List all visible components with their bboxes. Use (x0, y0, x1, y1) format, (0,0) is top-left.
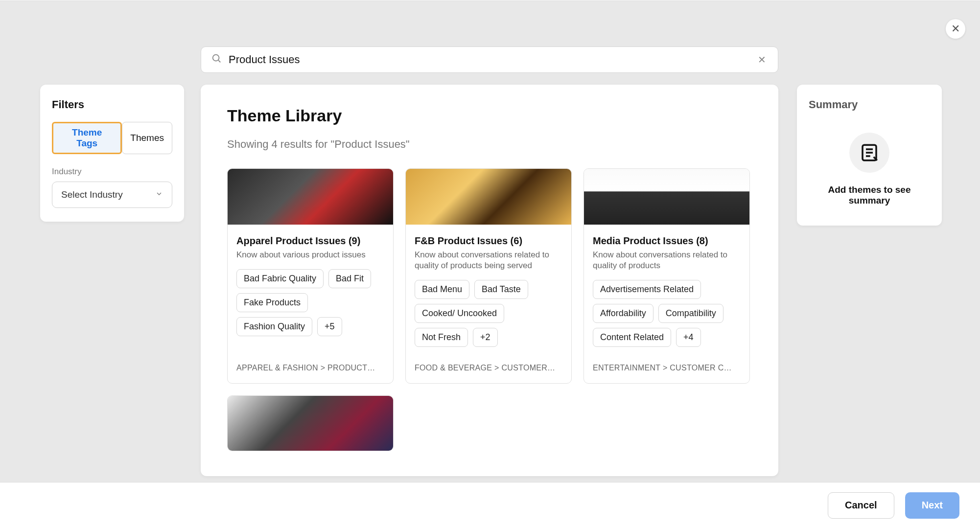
footer-bar: Cancel Next (0, 482, 980, 528)
next-button[interactable]: Next (905, 492, 959, 519)
card-title: Media Product Issues (8) (593, 235, 741, 247)
filters-title: Filters (52, 98, 172, 111)
summary-empty-icon (849, 133, 889, 173)
theme-tag[interactable]: Fake Products (236, 293, 308, 312)
card-image (584, 169, 749, 225)
cards-grid: Apparel Product Issues (9)Know about var… (227, 168, 752, 451)
tab-theme-tags[interactable]: Theme Tags (52, 122, 122, 154)
theme-tag[interactable]: Bad Fabric Quality (236, 269, 324, 288)
search-input[interactable] (229, 53, 756, 66)
card-description: Know about conversations related to qual… (593, 250, 741, 271)
card-title: Apparel Product Issues (9) (236, 235, 384, 247)
theme-tag[interactable]: Compatibility (658, 304, 723, 323)
theme-tag[interactable]: Advertisements Related (593, 280, 701, 299)
filter-tabs: Theme Tags Themes (52, 122, 172, 154)
card-title: F&B Product Issues (6) (415, 235, 562, 247)
theme-tag[interactable]: Cooked/ Uncooked (415, 304, 504, 323)
card-description: Know about conversations related to qual… (415, 250, 562, 271)
card-breadcrumb: APPAREL & FASHION > PRODUCT… (236, 364, 384, 372)
card-description: Know about various product issues (236, 250, 384, 260)
theme-library-panel: Theme Library Showing 4 results for "Pro… (201, 85, 778, 476)
theme-tag[interactable]: Bad Fit (328, 269, 371, 288)
theme-tag[interactable]: Fashion Quality (236, 317, 312, 336)
card-breadcrumb: ENTERTAINMENT > CUSTOMER C… (593, 364, 741, 372)
filters-panel: Filters Theme Tags Themes Industry Selec… (40, 85, 184, 222)
card-body: Media Product Issues (8)Know about conve… (584, 225, 749, 383)
search-clear-icon[interactable]: ✕ (756, 52, 768, 68)
card-tags: Bad Fabric QualityBad FitFake ProductsFa… (236, 269, 384, 336)
card-tags: Advertisements RelatedAffordabilityCompa… (593, 280, 741, 347)
card-breadcrumb: FOOD & BEVERAGE > CUSTOMER… (415, 364, 562, 372)
card-tags: Bad MenuBad TasteCooked/ UncookedNot Fre… (415, 280, 562, 347)
svg-point-0 (213, 55, 219, 61)
main-area: ✕ ✕ Filters Theme Tags Themes Industry S… (0, 1, 980, 528)
card-image (228, 169, 393, 225)
card-body: F&B Product Issues (6)Know about convers… (406, 225, 571, 383)
industry-label: Industry (52, 167, 172, 177)
theme-card[interactable]: F&B Product Issues (6)Know about convers… (405, 168, 572, 384)
theme-card[interactable]: Apparel Product Issues (9)Know about var… (227, 168, 394, 384)
results-count-text: Showing 4 results for "Product Issues" (227, 138, 752, 151)
theme-card[interactable]: Media Product Issues (8)Know about conve… (583, 168, 750, 384)
card-image (228, 396, 393, 451)
theme-tag[interactable]: Bad Menu (415, 280, 469, 299)
industry-select-value: Select Industry (61, 189, 123, 200)
industry-select[interactable]: Select Industry (52, 182, 172, 208)
card-image (406, 169, 571, 225)
theme-tag[interactable]: Not Fresh (415, 328, 468, 347)
close-button[interactable]: ✕ (946, 19, 965, 39)
card-body: Apparel Product Issues (9)Know about var… (228, 225, 393, 383)
theme-tag[interactable]: +2 (473, 328, 498, 347)
svg-line-1 (218, 60, 220, 62)
summary-title: Summary (809, 98, 930, 111)
theme-tag[interactable]: Bad Taste (474, 280, 528, 299)
cancel-button[interactable]: Cancel (828, 492, 894, 519)
tab-themes[interactable]: Themes (122, 122, 172, 154)
chevron-down-icon (155, 190, 163, 200)
top-divider (0, 0, 980, 1)
library-title: Theme Library (227, 106, 752, 125)
theme-tag[interactable]: Content Related (593, 328, 671, 347)
summary-panel: Summary Add themes to see summary (797, 85, 942, 226)
theme-card[interactable] (227, 395, 394, 451)
theme-tag[interactable]: +4 (676, 328, 701, 347)
search-bar: ✕ (201, 46, 778, 73)
search-icon (211, 53, 222, 67)
theme-tag[interactable]: +5 (317, 317, 342, 336)
summary-message: Add themes to see summary (809, 184, 930, 206)
theme-tag[interactable]: Affordability (593, 304, 653, 323)
